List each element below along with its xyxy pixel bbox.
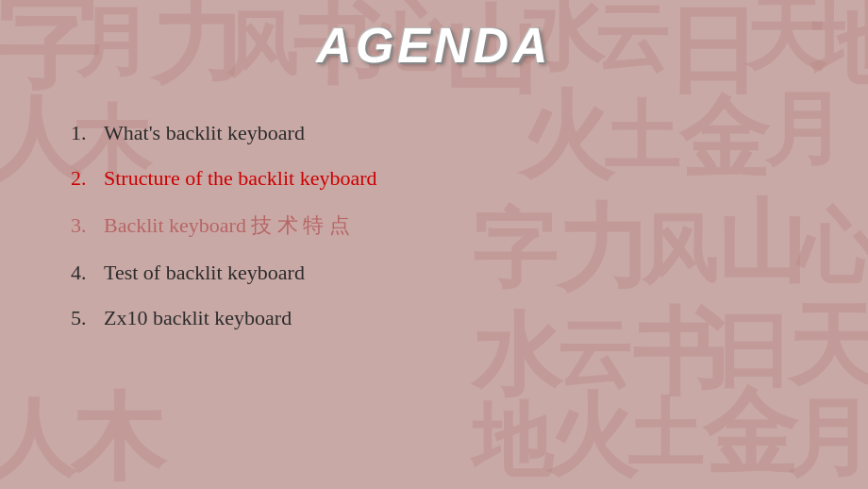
watermark: 火 [547,392,637,481]
watermark: 人 [0,396,75,481]
item-number: 2. [71,166,94,191]
list-item: 3. Backlit keyboard 技 术 特 点 [71,211,377,240]
item-text: Zx10 backlit keyboard [104,306,292,330]
watermark: 月 [764,90,844,170]
list-item: 5. Zx10 backlit keyboard [71,306,377,330]
list-item: 2. Structure of the backlit keyboard [71,166,377,191]
list-item: 4. Test of backlit keyboard [71,261,377,285]
item-text: Structure of the backlit keyboard [104,166,377,191]
watermark: 火 [519,90,613,184]
item-text: What's backlit keyboard [104,121,305,145]
watermark: 字 [472,208,557,293]
watermark: 山 [717,198,807,288]
watermark: 金 [703,387,797,481]
watermark: 天 [788,302,868,392]
title-area: AGENDA [0,0,868,74]
watermark: 心 [797,208,868,288]
item-number: 4. [71,261,94,285]
watermark: 云 [557,316,632,392]
item-text: Test of backlit keyboard [104,261,305,285]
item-number: 5. [71,306,94,330]
watermark: 书 [632,307,726,401]
watermark: 土 [627,396,703,472]
watermark: 月 [788,396,868,481]
watermark: 水 [472,312,561,401]
slide-title: AGENDA [0,17,868,74]
watermark: 风 [642,212,717,288]
list-item: 1. What's backlit keyboard [71,121,377,145]
item-number: 1. [71,121,94,145]
item-text: Backlit keyboard 技 术 特 点 [104,211,350,240]
watermark: 日 [712,312,793,392]
item-number: 3. [71,213,94,238]
slide: 字 月 力 风 书 心 山 水 云 日 天 地 人 木 火 土 金 月 字 力 … [0,0,868,489]
watermark: 力 [557,203,651,297]
agenda-list: 1. What's backlit keyboard 2. Structure … [0,74,377,351]
watermark: 木 [71,392,165,486]
watermark: 土 [604,99,679,175]
watermark: 地 [472,401,552,481]
watermark: 金 [679,94,769,184]
